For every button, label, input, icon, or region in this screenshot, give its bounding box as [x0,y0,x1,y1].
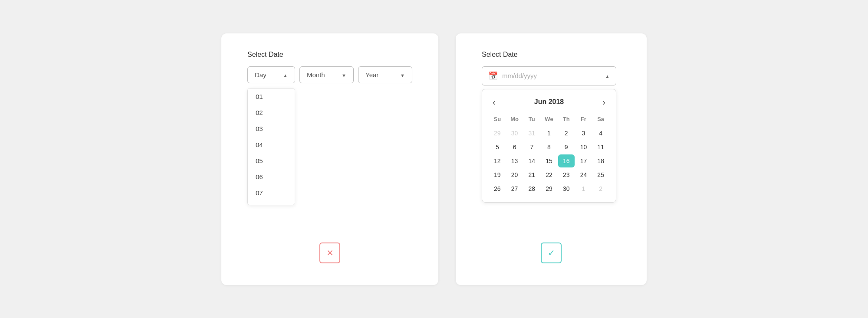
calendar-dow: Th [558,114,575,126]
calendar-day[interactable]: 19 [489,168,506,181]
calendar-month-year: Jun 2018 [534,98,564,106]
calendar-dow: Mo [506,114,523,126]
calendar-day: 30 [506,127,523,140]
calendar-day[interactable]: 24 [575,168,592,181]
calendar-day: 2 [592,182,609,195]
calendar-day: 1 [575,182,592,195]
date-arrow-up-icon [605,72,610,80]
day-dropdown-container: Day 010203040506070809101112131415161718… [247,66,295,83]
list-item[interactable]: 02 [248,105,295,121]
month-dropdown-label: Month [307,71,325,79]
calendar-day[interactable]: 21 [523,168,540,181]
year-dropdown-label: Year [365,71,378,79]
list-item[interactable]: 01 [248,89,295,105]
calendar-day[interactable]: 30 [558,182,575,195]
calendar-day[interactable]: 5 [489,141,506,154]
calendar-day[interactable]: 18 [592,154,609,167]
calendar-day: 31 [523,127,540,140]
calendar-day[interactable]: 29 [541,182,557,195]
calendar-day[interactable]: 6 [506,141,523,154]
day-arrow-up-icon [283,71,288,79]
list-item[interactable]: 04 [248,137,295,153]
calendar-day[interactable]: 27 [506,182,523,195]
calendar-day[interactable]: 14 [523,154,540,167]
dropdowns-row: Day 010203040506070809101112131415161718… [247,66,412,83]
month-arrow-down-icon [342,71,346,79]
calendar-day[interactable]: 8 [541,141,557,154]
calendar-day[interactable]: 20 [506,168,523,181]
calendar-dow: Fr [575,114,592,126]
date-input-row[interactable]: 📅 mm/dd/yyyy [482,66,616,85]
calendar-day[interactable]: 11 [592,141,609,154]
calendar-day[interactable]: 9 [558,141,575,154]
calendar-day[interactable]: 25 [592,168,609,181]
cancel-button[interactable]: ✕ [319,243,340,263]
calendar-day[interactable]: 26 [489,182,506,195]
day-dropdown-button[interactable]: Day [247,66,295,83]
list-item[interactable]: 03 [248,121,295,137]
calendar-day[interactable]: 7 [523,141,540,154]
left-card: Select Date Day 010203040506070809101112… [221,33,438,285]
right-select-date-label: Select Date [482,51,518,59]
calendar-dow: Tu [523,114,540,126]
calendar-day[interactable]: 22 [541,168,557,181]
right-card: Select Date 📅 mm/dd/yyyy ‹ Jun 2018 › Su… [456,33,647,285]
month-dropdown-button[interactable]: Month [299,66,354,83]
year-dropdown-button[interactable]: Year [358,66,412,83]
calendar-dow: We [541,114,557,126]
calendar-dow: Sa [592,114,609,126]
date-input-placeholder: mm/dd/yyyy [502,72,601,79]
calendar-day[interactable]: 23 [558,168,575,181]
left-select-date-label: Select Date [247,51,283,59]
left-action-row: ✕ [247,229,412,263]
year-arrow-down-icon [400,71,405,79]
list-item[interactable]: 08 [248,201,295,205]
list-item[interactable]: 07 [248,185,295,201]
calendar-day: 29 [489,127,506,140]
day-dropdown-label: Day [255,71,266,79]
prev-month-button[interactable]: ‹ [489,96,499,108]
day-dropdown-list[interactable]: 0102030405060708091011121314151617181920… [247,88,295,205]
calendar-day[interactable]: 12 [489,154,506,167]
calendar-day[interactable]: 17 [575,154,592,167]
calendar-grid: SuMoTuWeThFrSa29303112345678910111213141… [489,114,609,195]
calendar-popup: ‹ Jun 2018 › SuMoTuWeThFrSa2930311234567… [482,89,616,203]
calendar-day[interactable]: 28 [523,182,540,195]
calendar-day[interactable]: 15 [541,154,557,167]
right-action-row: ✓ [482,229,621,263]
calendar-day[interactable]: 3 [575,127,592,140]
calendar-day[interactable]: 2 [558,127,575,140]
calendar-day[interactable]: 4 [592,127,609,140]
calendar-dow: Su [489,114,506,126]
calendar-day[interactable]: 16 [558,154,575,167]
calendar-header: ‹ Jun 2018 › [489,96,609,108]
list-item[interactable]: 06 [248,169,295,185]
list-item[interactable]: 05 [248,153,295,169]
confirm-button[interactable]: ✓ [541,243,562,263]
calendar-day[interactable]: 1 [541,127,557,140]
calendar-day[interactable]: 13 [506,154,523,167]
cancel-icon: ✕ [326,248,334,258]
calendar-day[interactable]: 10 [575,141,592,154]
calendar-icon: 📅 [488,71,498,81]
confirm-icon: ✓ [548,248,555,258]
next-month-button[interactable]: › [599,96,609,108]
